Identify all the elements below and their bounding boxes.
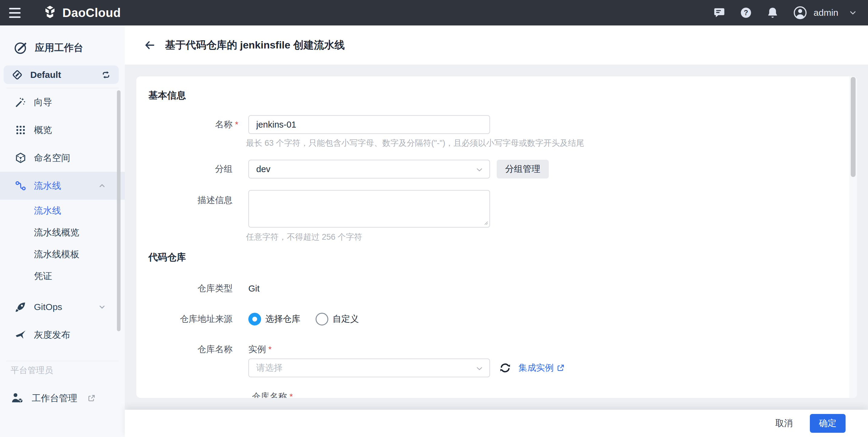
card-scrollbar[interactable]	[851, 77, 856, 177]
person-cube-icon	[10, 391, 24, 405]
sidebar-subitem-pipelines[interactable]: 流水线	[0, 200, 125, 222]
chevron-down-icon	[475, 364, 484, 373]
required-mark: *	[235, 120, 241, 129]
sidebar-item-label: 向导	[34, 96, 52, 109]
external-link-icon	[556, 363, 565, 373]
repo-type-value: Git	[248, 284, 259, 294]
sidebar-scrollbar[interactable]	[117, 90, 121, 331]
pipeline-icon	[14, 180, 27, 192]
required-mark: *	[268, 345, 274, 354]
repo-type-label: 仓库类型	[136, 283, 232, 295]
repo-name-group-row: 仓库名称 * 实例 *	[136, 341, 274, 358]
platform-admin-section-label: 平台管理员	[10, 364, 125, 377]
sidebar-subitem-credentials[interactable]: 凭证	[0, 265, 125, 287]
name-input[interactable]	[248, 115, 490, 134]
back-arrow-icon[interactable]	[144, 39, 155, 51]
repo-name-group-label: 仓库名称	[136, 343, 232, 355]
page-header: 基于代码仓库的 jenkinsfile 创建流水线	[125, 25, 868, 64]
repo-source-label: 仓库地址来源	[136, 313, 232, 325]
instance-select-placeholder: 请选择	[256, 362, 283, 374]
sidebar-item-gitops[interactable]: GitOps	[0, 293, 125, 321]
wand-icon	[14, 96, 27, 108]
user-name[interactable]: admin	[813, 7, 838, 18]
workspace-selector[interactable]: Default	[4, 65, 119, 84]
main-content: 基于代码仓库的 jenkinsfile 创建流水线 基本信息 名称 * 最长 6…	[125, 25, 868, 437]
top-bar: DaoCloud ?	[0, 0, 868, 25]
user-menu-chevron-down-icon[interactable]	[848, 8, 858, 18]
grid-dots-icon	[14, 124, 27, 136]
sidebar-item-label: 概览	[34, 124, 52, 136]
pipeline-submenu: 流水线 流水线概览 流水线模板 凭证	[0, 200, 125, 287]
resize-grip-icon[interactable]	[483, 220, 488, 225]
radio-custom-label[interactable]: 自定义	[333, 313, 359, 325]
form-footer: 取消 确定	[125, 410, 868, 437]
page-title: 基于代码仓库的 jenkinsfile 创建流水线	[165, 38, 345, 52]
rocket-icon	[14, 301, 27, 313]
sidebar-nav: 向导 概览	[0, 88, 125, 349]
hamburger-menu-icon[interactable]	[9, 8, 21, 18]
top-bar-actions: ? admin	[713, 5, 868, 20]
sidebar-item-wizard[interactable]: 向导	[0, 88, 125, 116]
chevron-up-icon[interactable]	[97, 181, 106, 190]
cancel-button[interactable]: 取消	[774, 417, 795, 430]
description-hint: 任意字符，不得超过 256 个字符	[246, 232, 362, 242]
workspace-title: 应用工作台	[35, 41, 83, 55]
description-field-row: 描述信息 *	[136, 190, 490, 228]
group-manage-button[interactable]: 分组管理	[497, 160, 549, 178]
sidebar-subitem-pipeline-templates[interactable]: 流水线模板	[0, 243, 125, 265]
instance-label: 实例	[248, 343, 266, 355]
confirm-button[interactable]: 确定	[810, 414, 845, 433]
group-label: 分组	[136, 163, 232, 175]
chevron-down-icon[interactable]	[97, 302, 106, 312]
group-select-value: dev	[256, 164, 271, 174]
sidebar-item-overview[interactable]: 概览	[0, 116, 125, 144]
sidebar-item-label: 命名空间	[34, 152, 70, 164]
repo-name-label: 仓库名称	[252, 390, 287, 398]
bird-icon	[14, 329, 27, 341]
sidebar-item-label: 灰度发布	[34, 329, 70, 341]
sidebar-item-pipelines[interactable]: 流水线	[0, 172, 125, 200]
repo-name-row: 仓库名称 *	[252, 390, 295, 398]
sidebar-subitem-pipeline-overview[interactable]: 流水线概览	[0, 222, 125, 243]
name-label: 名称	[136, 118, 232, 130]
repo-source-row: 仓库地址来源 * 选择仓库 自定义	[136, 311, 359, 328]
workspace-name: Default	[30, 70, 61, 80]
name-hint: 最长 63 个字符，只能包含小写字母、数字及分隔符("-")，且必须以小写字母或…	[246, 138, 584, 148]
chevron-down-icon	[475, 165, 484, 174]
notifications-bell-icon[interactable]	[766, 6, 779, 19]
repo-type-row: 仓库类型 * Git	[136, 280, 259, 297]
sidebar-item-namespace[interactable]: 命名空间	[0, 144, 125, 172]
sidebar: 应用工作台 Default	[0, 25, 125, 437]
group-select[interactable]: dev	[248, 160, 490, 178]
sidebar-item-workbench-admin[interactable]: 工作台管理	[0, 384, 125, 412]
integration-instance-link[interactable]: 集成实例	[519, 362, 565, 374]
brand-name: DaoCloud	[62, 6, 121, 20]
user-avatar[interactable]	[793, 5, 807, 20]
brand-logo[interactable]: DaoCloud	[42, 4, 121, 21]
instance-select-row: 请选择	[136, 358, 565, 377]
section-basic-info: 基本信息	[148, 89, 186, 102]
description-textarea[interactable]	[248, 190, 490, 228]
section-code-repo: 代码仓库	[148, 251, 186, 264]
description-label: 描述信息	[136, 190, 232, 206]
sidebar-item-gray-release[interactable]: 灰度发布	[0, 321, 125, 349]
radio-select-repo[interactable]	[248, 313, 261, 325]
instance-select[interactable]: 请选择	[248, 358, 490, 377]
sidebar-item-label: 流水线	[34, 180, 61, 192]
refresh-icon[interactable]	[498, 361, 512, 375]
help-icon[interactable]: ?	[740, 6, 752, 19]
workspace-header: 应用工作台	[0, 31, 125, 65]
external-link-icon	[87, 394, 96, 403]
repo-source-radio-group: 选择仓库 自定义	[248, 313, 359, 325]
name-field-row: 名称 *	[136, 115, 490, 134]
sidebar-bottom-divider	[6, 361, 119, 361]
group-field-row: 分组 * dev 分组管理	[136, 160, 549, 178]
radio-select-repo-label[interactable]: 选择仓库	[265, 313, 301, 325]
switch-workspace-icon[interactable]	[100, 69, 112, 80]
workspace-diamond-icon	[11, 69, 23, 81]
svg-text:?: ?	[744, 9, 748, 17]
radio-custom[interactable]	[316, 313, 328, 325]
messages-icon[interactable]	[713, 6, 726, 19]
cube-icon	[14, 152, 27, 164]
required-mark: *	[289, 392, 295, 398]
